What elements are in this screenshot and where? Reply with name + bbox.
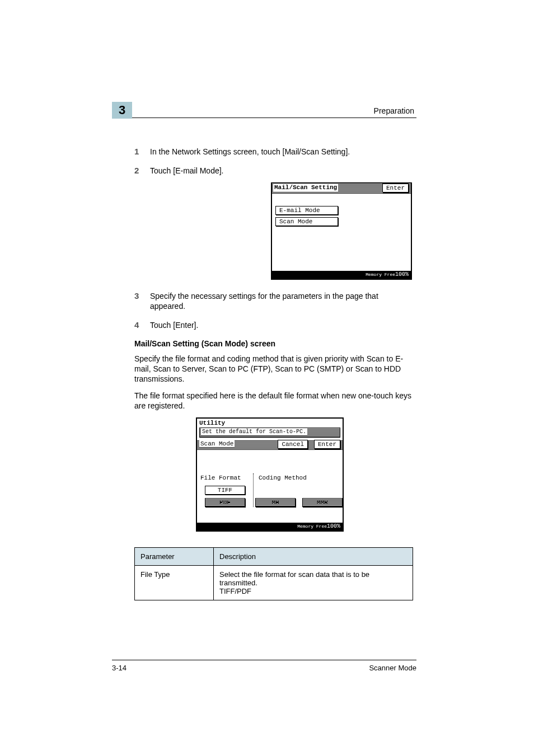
page-footer: 3-14 Scanner Mode (112, 660, 416, 672)
step-text: In the Network Settings screen, touch [M… (150, 147, 413, 157)
step-number: 2 (134, 166, 150, 175)
step-2: 2 Touch [E-mail Mode]. (134, 166, 413, 176)
scan-mode-button[interactable]: Scan Mode (275, 217, 338, 226)
pdf-button[interactable]: PDF (205, 498, 245, 507)
coding-method-label: Coding Method (259, 475, 307, 481)
mmr-button[interactable]: MMR (302, 498, 343, 507)
paragraph: The file format specified here is the de… (134, 391, 413, 411)
lcd-utility-label: Utility (197, 419, 343, 426)
lcd-screenshot-scan-mode: Utility Set the default for Scan-to-PC. … (196, 417, 344, 532)
step-4: 4 Touch [Enter]. (134, 320, 413, 330)
divider (253, 473, 254, 507)
mh-button[interactable]: MH (255, 498, 296, 507)
cancel-button[interactable]: Cancel (278, 440, 308, 449)
lcd-instruction-text: Set the default for Scan-to-PC. (201, 429, 307, 435)
step-3: 3 Specify the necessary settings for the… (134, 291, 413, 311)
lcd-body: E-mail Mode Scan Mode (272, 194, 411, 271)
lcd-titlebar: Mail/Scan Setting Enter (272, 184, 411, 194)
table-row: File Type Select the file format for sca… (135, 566, 413, 600)
lcd-status-bar: Memory Free100% (197, 523, 343, 530)
table-header-row: Parameter Description (135, 548, 413, 566)
col-description: Description (214, 548, 413, 566)
memory-free-label: Memory Free (297, 524, 327, 529)
enter-button[interactable]: Enter (314, 440, 340, 449)
enter-button[interactable]: Enter (382, 184, 409, 192)
step-1: 1 In the Network Settings screen, touch … (134, 147, 413, 157)
lcd-screenshot-mail-scan: Mail/Scan Setting Enter E-mail Mode Scan… (271, 182, 412, 280)
col-parameter: Parameter (135, 548, 214, 566)
step-number: 3 (134, 291, 150, 311)
parameter-table: Parameter Description File Type Select t… (134, 547, 413, 600)
step-text: Touch [Enter]. (150, 320, 413, 330)
tiff-button[interactable]: TIFF (205, 486, 245, 495)
footer-mode: Scanner Mode (369, 664, 416, 672)
file-format-label: File Format (200, 475, 241, 481)
cell-parameter: File Type (135, 566, 214, 600)
memory-free-pct: 100% (327, 523, 340, 529)
memory-free-label: Memory Free (366, 272, 395, 277)
step-number: 1 (134, 147, 150, 157)
page-number: 3-14 (112, 664, 127, 672)
content-area: 1 In the Network Settings screen, touch … (134, 147, 413, 600)
lcd-instruction: Set the default for Scan-to-PC. (199, 428, 340, 438)
page-header: 3 Preparation (112, 115, 416, 118)
lcd-scan-mode-label: Scan Mode (199, 440, 235, 447)
step-text: Touch [E-mail Mode]. (150, 166, 245, 176)
cell-description: Select the file format for scan data tha… (214, 566, 413, 600)
step-text: Specify the necessary settings for the p… (150, 291, 413, 311)
subsection-heading: Mail/Scan Setting (Scan Mode) screen (134, 339, 413, 348)
lcd-title: Mail/Scan Setting (273, 184, 338, 191)
memory-free-pct: 100% (395, 271, 409, 278)
lcd-titlebar: Scan Mode Cancel Enter (197, 440, 343, 450)
lcd-status-bar: Memory Free100% (272, 271, 411, 279)
chapter-number-badge: 3 (112, 102, 132, 119)
paragraph: Specify the file format and coding metho… (134, 354, 413, 384)
section-title: Preparation (374, 106, 414, 115)
step-number: 4 (134, 320, 150, 330)
email-mode-button[interactable]: E-mail Mode (275, 206, 338, 215)
